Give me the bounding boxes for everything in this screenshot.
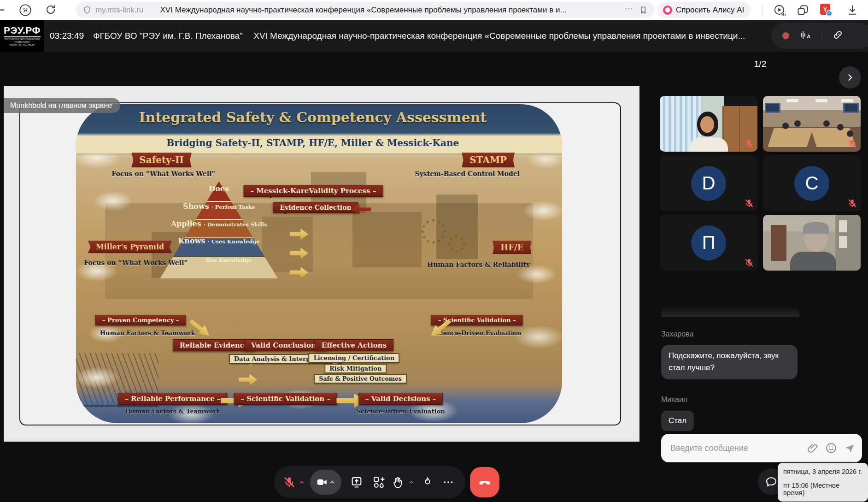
alice-icon bbox=[663, 6, 672, 15]
outcome-box-2: Licensing / Certification bbox=[309, 353, 400, 363]
attendee bbox=[794, 120, 801, 127]
screen-share-toast: Munkhbold на главном экране bbox=[4, 98, 120, 113]
safety2-ribbon: Safety-II bbox=[131, 153, 192, 167]
mic-muted-icon bbox=[847, 139, 857, 149]
tooltip-date: пятница, 3 апреля 2026 г. bbox=[783, 468, 862, 475]
chat-author: Михаил bbox=[661, 396, 687, 404]
media-play-icon[interactable] bbox=[773, 4, 786, 17]
mic-muted-icon bbox=[847, 198, 857, 208]
ceiling-light bbox=[786, 99, 798, 102]
alice-label: Спросить Алису AI bbox=[676, 6, 744, 15]
transcription-icon[interactable]: A bbox=[799, 29, 811, 43]
wall-screen bbox=[843, 103, 859, 113]
video-scene-body bbox=[790, 252, 836, 271]
tab-title: XVI Международная научно-практическая ко… bbox=[160, 6, 620, 15]
participant-video-tile[interactable] bbox=[763, 96, 861, 152]
mic-muted-icon bbox=[744, 198, 754, 208]
screen-share-icon bbox=[350, 476, 363, 489]
participants-next-button[interactable] bbox=[839, 66, 861, 89]
pyramid-level-does: Does bbox=[209, 184, 229, 193]
record-indicator-icon[interactable] bbox=[782, 32, 789, 39]
reactions-button[interactable] bbox=[417, 476, 439, 488]
bottom-banner-2: – Scientific Validation – bbox=[234, 393, 337, 405]
chat-message: Стал bbox=[661, 411, 694, 431]
ellipsis-icon bbox=[442, 476, 454, 488]
hfe-ribbon: HF/E bbox=[493, 241, 531, 254]
hand-options-chevron[interactable] bbox=[406, 479, 416, 485]
mic-muted-icon bbox=[744, 258, 754, 268]
ask-alice-button[interactable]: Спросить Алису AI bbox=[657, 2, 751, 18]
avatar: D bbox=[691, 166, 726, 201]
download-icon[interactable] bbox=[846, 4, 859, 17]
camera-icon bbox=[316, 476, 328, 488]
invite-participants-button[interactable] bbox=[368, 476, 390, 489]
url-text[interactable]: my.mts-link.ru bbox=[95, 6, 144, 15]
reu-logo: РЭУ.РФ РОССИЙСКИЙ ЭКОНОМИЧЕСКИЙ УНИВЕРСИ… bbox=[0, 20, 44, 52]
video-scene-face bbox=[700, 116, 714, 133]
proven-banner: – Proven Competency – bbox=[95, 315, 186, 325]
invite-icon bbox=[372, 476, 385, 489]
local-time-tooltip: пятница, 3 апреля 2026 г. пт 15:06 (Мест… bbox=[778, 463, 868, 502]
yandex-browser-icon[interactable]: Я bbox=[18, 3, 32, 17]
tab-more-icon[interactable]: ⋯ bbox=[625, 4, 634, 14]
participant-video-tile[interactable] bbox=[660, 96, 757, 152]
address-bar[interactable]: my.mts-link.ru XVI Международная научно-… bbox=[76, 2, 654, 18]
millers-caption: Focus on “What Works Well” bbox=[84, 259, 188, 266]
send-icon[interactable] bbox=[844, 442, 856, 454]
chat-message: Подскажите, пожалуйста, звук стал лучше? bbox=[661, 345, 798, 379]
video-scene-door bbox=[771, 225, 786, 261]
participant-video-tile[interactable] bbox=[763, 215, 861, 271]
tooltip-time: пт 15:06 (Местное время) bbox=[783, 482, 862, 496]
bottom-banner-3: – Valid Decisions – bbox=[358, 393, 443, 405]
meeting-title: ФГБОУ ВО "РЭУ им. Г.В. Плеханова" XVI Ме… bbox=[93, 31, 766, 41]
reu-logo-text: РЭУ.РФ bbox=[4, 25, 41, 37]
participants-pagination: 1/2 bbox=[737, 59, 783, 69]
conference-table bbox=[768, 128, 813, 147]
more-options-button[interactable] bbox=[438, 476, 458, 488]
reu-logo-subtext: РОССИЙСКИЙ ЭКОНОМИЧЕСКИЙ УНИВЕРСИТЕТ ИМЕ… bbox=[0, 38, 44, 46]
toolbar-divider bbox=[762, 5, 763, 15]
hfe-caption: Human Factors & Reliability bbox=[427, 261, 530, 268]
bookmark-icon[interactable] bbox=[639, 6, 648, 15]
header-divider bbox=[821, 30, 822, 42]
participant-avatar-tile[interactable]: C bbox=[763, 155, 861, 211]
proven-caption: Human Factors & Teamwork bbox=[100, 330, 195, 337]
copy-link-icon[interactable] bbox=[832, 29, 844, 42]
chat-bubble-icon bbox=[765, 475, 778, 488]
hang-up-icon bbox=[478, 475, 492, 489]
video-scene-frames bbox=[835, 215, 861, 271]
shield-icon[interactable] bbox=[82, 6, 92, 15]
meeting-conference-title: XVI Международная научно-практическая ко… bbox=[253, 31, 745, 41]
hang-up-button[interactable] bbox=[470, 467, 499, 497]
attach-icon[interactable] bbox=[807, 442, 819, 454]
chat-input-bar bbox=[661, 434, 862, 462]
stamp-caption: System-Based Control Model bbox=[415, 170, 520, 177]
participant-avatar-tile[interactable]: П bbox=[660, 215, 757, 271]
hand-icon bbox=[392, 476, 404, 489]
mic-muted-icon bbox=[283, 476, 296, 489]
raise-hand-button[interactable] bbox=[390, 476, 406, 489]
evidence-banner: Evidence Collection bbox=[273, 202, 358, 213]
camera-options-chevron[interactable] bbox=[329, 479, 335, 485]
tab-groups-icon[interactable] bbox=[796, 4, 809, 17]
emoji-icon[interactable] bbox=[825, 442, 837, 454]
slide-title: Integrated Safety & Competency Assessmen… bbox=[139, 109, 487, 125]
camera-button[interactable] bbox=[310, 470, 341, 495]
participant-avatar-tile[interactable]: D bbox=[660, 155, 757, 211]
screen-share-button[interactable] bbox=[345, 476, 368, 489]
microphone-muted-button[interactable] bbox=[282, 476, 297, 489]
yandex-extension-icon[interactable]: Y✓ bbox=[820, 4, 833, 17]
meeting-header: РЭУ.РФ РОССИЙСКИЙ ЭКОНОМИЧЕСКИЙ УНИВЕРСИ… bbox=[0, 20, 868, 52]
meeting-org: ФГБОУ ВО "РЭУ им. Г.В. Плеханова" bbox=[93, 31, 243, 41]
pyramid-level-base: · Has Knowledge bbox=[202, 255, 252, 264]
video-scene-body bbox=[689, 137, 728, 152]
chat-input[interactable] bbox=[670, 443, 800, 453]
validity-banner: – Messick-KareValidity Process – bbox=[243, 185, 383, 197]
ceiling-light bbox=[841, 99, 853, 102]
reload-icon[interactable] bbox=[44, 3, 58, 17]
microphone-options-chevron[interactable] bbox=[297, 479, 306, 485]
meeting-timer: 03:23:49 bbox=[50, 31, 84, 41]
bottom-banner-1: – Reliable Performance – bbox=[118, 393, 227, 405]
pyramid-level-applies: Applies · Demonstrates Skills bbox=[171, 219, 267, 228]
pyramid-level-shows: Shows · Perfom Tasks bbox=[183, 202, 255, 211]
